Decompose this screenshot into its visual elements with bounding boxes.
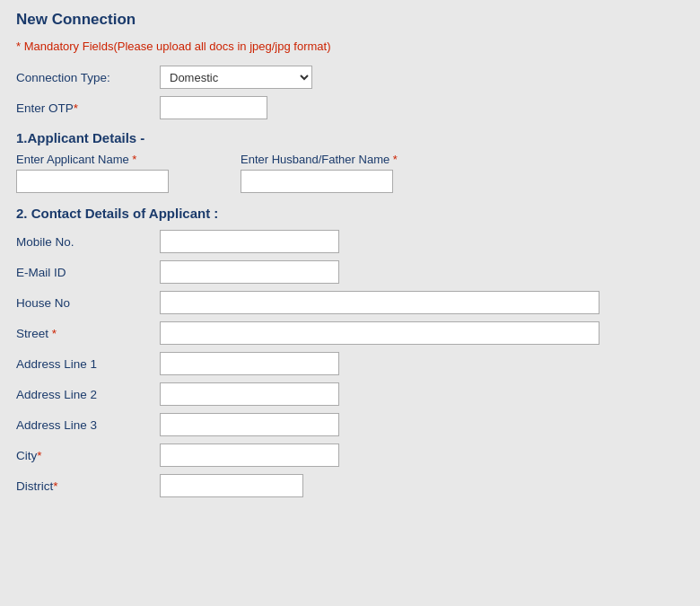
district-row: District* [16, 474, 684, 497]
otp-input[interactable] [160, 96, 267, 119]
district-input[interactable] [160, 474, 303, 497]
otp-label: Enter OTP* [16, 101, 160, 115]
district-label: District* [16, 479, 160, 493]
section1-title: 1.Applicant Details - [16, 130, 684, 145]
address1-row: Address Line 1 [16, 352, 684, 375]
section2-title: 2. Contact Details of Applicant : [16, 206, 684, 221]
applicant-name-row: Enter Applicant Name * Enter Husband/Fat… [16, 153, 684, 193]
connection-type-label: Connection Type: [16, 71, 160, 84]
applicant-name-label: Enter Applicant Name * [16, 153, 169, 166]
street-input[interactable] [160, 321, 599, 345]
address3-input[interactable] [160, 413, 339, 436]
applicant-name-input[interactable] [16, 170, 169, 193]
street-label: Street * [16, 327, 160, 340]
city-row: City* [16, 444, 684, 467]
email-input[interactable] [160, 260, 339, 284]
address3-label: Address Line 3 [16, 418, 160, 432]
city-label: City* [16, 449, 160, 462]
husband-father-label: Enter Husband/Father Name * [241, 153, 398, 166]
mobile-row: Mobile No. [16, 230, 684, 253]
mandatory-note: * Mandatory Fields(Please upload all doc… [16, 40, 684, 53]
house-no-row: House No [16, 291, 684, 314]
address3-row: Address Line 3 [16, 413, 684, 436]
street-row: Street * [16, 321, 684, 345]
otp-row: Enter OTP* [16, 96, 684, 119]
connection-type-row: Connection Type: Domestic Commercial Ind… [16, 66, 684, 89]
main-container: New Connection * Mandatory Fields(Please… [0, 0, 700, 606]
email-label: E-Mail ID [16, 266, 160, 279]
email-row: E-Mail ID [16, 260, 684, 284]
applicant-name-col: Enter Applicant Name * [16, 153, 169, 193]
address1-input[interactable] [160, 352, 339, 375]
house-no-input[interactable] [160, 291, 599, 314]
city-input[interactable] [160, 444, 339, 467]
page-title: New Connection [16, 11, 684, 29]
address2-input[interactable] [160, 382, 339, 406]
mobile-input[interactable] [160, 230, 339, 253]
husband-father-col: Enter Husband/Father Name * [241, 153, 398, 193]
address2-row: Address Line 2 [16, 382, 684, 406]
connection-type-select[interactable]: Domestic Commercial Industrial [160, 66, 312, 89]
address1-label: Address Line 1 [16, 357, 160, 371]
house-no-label: House No [16, 296, 160, 310]
mobile-label: Mobile No. [16, 235, 160, 249]
address2-label: Address Line 2 [16, 388, 160, 401]
husband-father-input[interactable] [241, 170, 393, 193]
